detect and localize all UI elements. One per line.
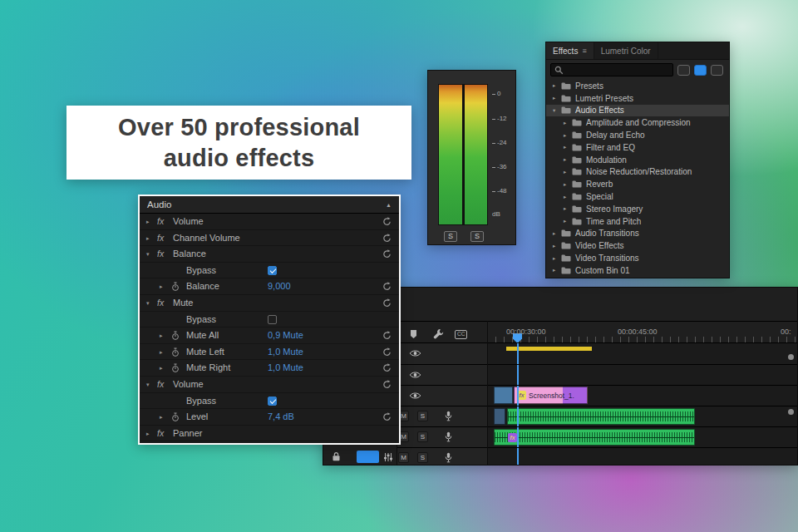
chevron-right-icon[interactable]: ▸ bbox=[553, 82, 561, 89]
chevron-right-icon[interactable]: ▸ bbox=[160, 332, 163, 339]
property-level[interactable]: ▸Level7,4 dB bbox=[140, 409, 399, 426]
chevron-right-icon[interactable]: ▸ bbox=[564, 144, 572, 150]
chevron-right-icon[interactable]: ▸ bbox=[553, 230, 561, 237]
property-value[interactable]: 9,000 bbox=[268, 281, 291, 291]
chevron-right-icon[interactable]: ▸ bbox=[553, 243, 561, 249]
stopwatch-icon[interactable] bbox=[171, 331, 180, 341]
effect-volume[interactable]: ▾fxVolume bbox=[140, 377, 399, 393]
bypass-row[interactable]: Bypass bbox=[140, 393, 399, 410]
chevron-down-icon[interactable]: ▾ bbox=[146, 300, 150, 307]
chevron-right-icon[interactable]: ▸ bbox=[564, 169, 572, 175]
video-clip[interactable] bbox=[494, 387, 513, 404]
tree-item-time-and-pitch[interactable]: ▸Time and Pitch bbox=[546, 215, 729, 228]
reset-icon[interactable] bbox=[382, 234, 392, 243]
chevron-down-icon[interactable]: ▾ bbox=[553, 107, 561, 114]
track-mute-button[interactable]: M bbox=[398, 452, 409, 463]
chevron-right-icon[interactable]: ▸ bbox=[564, 218, 572, 224]
video-clip-screenshot[interactable]: fx Screenshot_1. bbox=[514, 387, 588, 404]
tree-item-modulation[interactable]: ▸Modulation bbox=[546, 154, 729, 166]
mic-icon[interactable] bbox=[445, 452, 452, 463]
effect-panner[interactable]: ▸fxPanner bbox=[140, 426, 399, 442]
chevron-right-icon[interactable]: ▸ bbox=[564, 181, 572, 188]
bypass-checkbox[interactable] bbox=[268, 315, 277, 324]
property-value[interactable]: 0,9 Mute bbox=[268, 330, 303, 340]
bypass-checkbox[interactable] bbox=[268, 397, 277, 406]
tree-item-noise-reduction-restoration[interactable]: ▸Noise Reduction/Restoration bbox=[546, 166, 729, 179]
track-solo-button[interactable]: S bbox=[417, 452, 428, 463]
tab-lumetri-color[interactable]: Lumetri Color bbox=[594, 42, 658, 59]
mic-icon[interactable] bbox=[445, 411, 452, 421]
effects-search-input[interactable] bbox=[550, 63, 673, 76]
reset-icon[interactable] bbox=[382, 412, 392, 421]
yuv-effects-icon[interactable] bbox=[711, 65, 723, 76]
bypass-row[interactable]: Bypass bbox=[140, 312, 399, 328]
property-mute-all[interactable]: ▸Mute All0,9 Mute bbox=[140, 328, 399, 344]
track-patch-button[interactable] bbox=[357, 451, 379, 463]
audio-clip-small[interactable] bbox=[494, 408, 505, 425]
marker-icon[interactable] bbox=[410, 329, 417, 339]
scrollbar-dot-top[interactable] bbox=[788, 354, 794, 360]
chevron-right-icon[interactable]: ▸ bbox=[146, 431, 150, 437]
tree-item-reverb[interactable]: ▸Reverb bbox=[546, 178, 729, 190]
reset-icon[interactable] bbox=[382, 249, 392, 259]
reset-icon[interactable] bbox=[382, 282, 392, 291]
tree-item-amplitude-and-compression[interactable]: ▸Amplitude and Compression bbox=[546, 116, 729, 129]
stopwatch-icon[interactable] bbox=[171, 412, 180, 422]
chevron-right-icon[interactable]: ▸ bbox=[553, 267, 561, 273]
tree-item-filter-and-eq[interactable]: ▸Filter and EQ bbox=[546, 141, 729, 154]
timeline-ruler[interactable] bbox=[487, 337, 797, 342]
chevron-right-icon[interactable]: ▸ bbox=[564, 205, 572, 212]
eye-icon[interactable] bbox=[409, 349, 421, 357]
collapse-icon[interactable]: ▲ bbox=[386, 202, 392, 208]
chevron-right-icon[interactable]: ▸ bbox=[146, 235, 150, 242]
effect-controls-header[interactable]: Audio ▲ bbox=[140, 196, 399, 214]
tree-item-audio-transitions[interactable]: ▸Audio Transitions bbox=[546, 228, 729, 240]
tree-item-special[interactable]: ▸Special bbox=[546, 190, 729, 203]
track-solo-button[interactable]: S bbox=[417, 431, 428, 442]
reset-icon[interactable] bbox=[382, 363, 392, 372]
chevron-right-icon[interactable]: ▸ bbox=[564, 120, 572, 126]
tree-item-lumetri-presets[interactable]: ▸Lumetri Presets bbox=[546, 92, 729, 105]
effect-channel-volume[interactable]: ▸fxChannel Volume bbox=[140, 230, 399, 247]
reset-icon[interactable] bbox=[382, 347, 392, 357]
chevron-right-icon[interactable]: ▸ bbox=[553, 255, 561, 262]
tree-item-presets[interactable]: ▸Presets bbox=[546, 80, 729, 92]
chevron-right-icon[interactable]: ▸ bbox=[564, 194, 572, 200]
accelerated-effects-icon[interactable] bbox=[677, 65, 690, 76]
track-solo-button[interactable]: S bbox=[417, 411, 428, 421]
wrench-icon[interactable] bbox=[433, 328, 444, 339]
tree-item-video-effects[interactable]: ▸Video Effects bbox=[546, 239, 729, 252]
chevron-right-icon[interactable]: ▸ bbox=[160, 349, 163, 356]
tree-item-audio-effects[interactable]: ▾Audio Effects bbox=[546, 105, 729, 117]
chevron-right-icon[interactable]: ▸ bbox=[564, 156, 572, 163]
tree-item-delay-and-echo[interactable]: ▸Delay and Echo bbox=[546, 129, 729, 141]
chevron-right-icon[interactable]: ▸ bbox=[564, 132, 572, 139]
effect-balance[interactable]: ▾fxBalance bbox=[140, 246, 399, 263]
playhead-line[interactable] bbox=[517, 334, 519, 466]
chevron-right-icon[interactable]: ▸ bbox=[553, 95, 561, 101]
bypass-row[interactable]: Bypass bbox=[140, 263, 399, 279]
property-value[interactable]: 7,4 dB bbox=[268, 411, 294, 421]
filter-badge-icon[interactable] bbox=[694, 65, 707, 76]
property-value[interactable]: 1,0 Mute bbox=[268, 362, 303, 372]
reset-icon[interactable] bbox=[382, 380, 392, 389]
tree-item-stereo-imagery[interactable]: ▸Stereo Imagery bbox=[546, 203, 729, 215]
tree-item-custom-bin-01[interactable]: ▸Custom Bin 01 bbox=[546, 264, 729, 277]
panel-menu-icon[interactable]: ≡ bbox=[582, 47, 586, 55]
reset-icon[interactable] bbox=[382, 217, 392, 226]
tab-effects[interactable]: Effects≡ bbox=[546, 42, 594, 59]
solo-button[interactable]: S bbox=[444, 231, 457, 242]
tree-item-video-transitions[interactable]: ▸Video Transitions bbox=[546, 252, 729, 264]
work-area-bar[interactable] bbox=[506, 347, 592, 351]
chevron-right-icon[interactable]: ▸ bbox=[146, 219, 150, 225]
eye-icon[interactable] bbox=[409, 371, 421, 379]
stopwatch-icon[interactable] bbox=[171, 282, 180, 292]
bypass-checkbox[interactable] bbox=[268, 266, 277, 275]
property-mute-left[interactable]: ▸Mute Left1,0 Mute bbox=[140, 344, 399, 361]
chevron-down-icon[interactable]: ▾ bbox=[146, 382, 150, 388]
reset-icon[interactable] bbox=[382, 298, 392, 308]
audio-clip-2[interactable]: fx bbox=[494, 429, 695, 446]
captions-icon[interactable]: CC bbox=[455, 330, 467, 339]
eye-icon[interactable] bbox=[409, 392, 421, 400]
chevron-down-icon[interactable]: ▾ bbox=[146, 251, 150, 258]
